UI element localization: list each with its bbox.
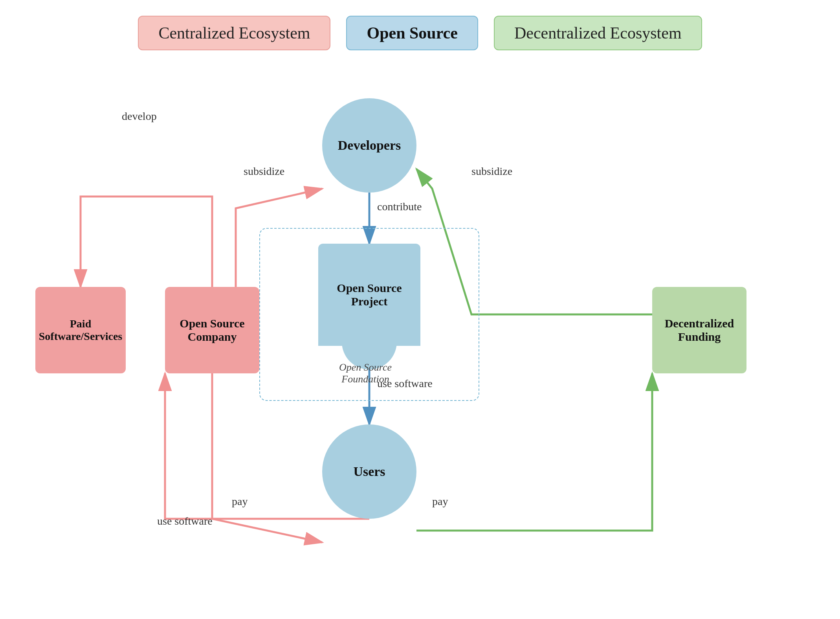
diagram: Developers Users Open Source Project Ope… (0, 79, 840, 619)
dec-funding-label: Decentralized Funding (665, 317, 734, 343)
developers-node: Developers (322, 98, 416, 193)
subsidize-right-label: subsidize (471, 165, 512, 178)
subsidize-left-text: subsidize (244, 165, 284, 177)
develop-label: develop (122, 110, 157, 123)
users-label: Users (353, 464, 385, 479)
pay-left-label: pay (232, 495, 248, 508)
dec-funding-node: Decentralized Funding (652, 287, 746, 373)
use-software-bottom-label: use software (157, 515, 213, 527)
contribute-text: contribute (377, 200, 422, 213)
pay-right-text: pay (432, 495, 448, 507)
pay-right-label: pay (432, 495, 448, 508)
subsidize-right-text: subsidize (471, 165, 512, 177)
legend-decentralized: Decentralized Ecosystem (494, 16, 702, 50)
opensource-label: Open Source (367, 24, 457, 42)
centralized-label: Centralized Ecosystem (158, 24, 310, 42)
os-company-node: Open Source Company (165, 287, 259, 373)
paid-software-node: Paid Software/Services (35, 287, 126, 373)
decentralized-label: Decentralized Ecosystem (514, 24, 682, 42)
users-node: Users (322, 424, 416, 519)
use-software-bottom-text: use software (157, 515, 213, 527)
contribute-label: contribute (377, 200, 422, 213)
developers-label: Developers (338, 138, 401, 153)
pay-left-text: pay (232, 495, 248, 507)
os-project-label: Open Source Project (337, 281, 402, 308)
paid-software-label: Paid Software/Services (39, 318, 123, 343)
legend-centralized: Centralized Ecosystem (138, 16, 330, 50)
develop-text: develop (122, 110, 157, 122)
subsidize-left-label: subsidize (244, 165, 284, 178)
use-software-top-label: use software (377, 377, 433, 390)
legend: Centralized Ecosystem Open Source Decent… (0, 16, 840, 50)
os-company-label: Open Source Company (180, 317, 244, 343)
legend-opensource: Open Source (346, 16, 478, 50)
use-software-top-text: use software (377, 377, 433, 389)
os-project-node: Open Source Project (318, 244, 420, 346)
